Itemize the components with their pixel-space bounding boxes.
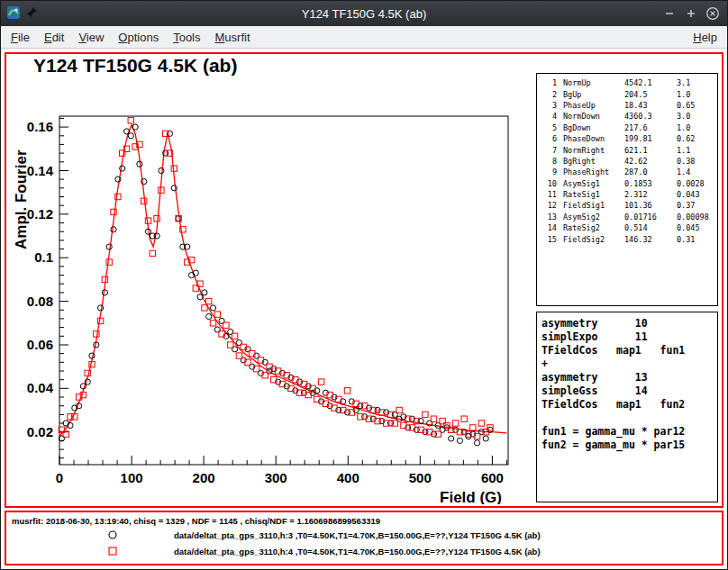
root-canvas: Y124 TF150G 4.5K (ab) 010020030040050060… [1, 49, 727, 569]
svg-text:Ampl. Fourier: Ampl. Fourier [13, 149, 30, 249]
svg-text:600: 600 [481, 470, 504, 485]
menu-tools[interactable]: Tools [166, 29, 207, 46]
svg-text:0.12: 0.12 [27, 206, 53, 222]
main-plot-pad[interactable]: Y124 TF150G 4.5K (ab) 010020030040050060… [5, 52, 723, 508]
svg-text:0: 0 [56, 470, 63, 485]
menu-options[interactable]: Options [111, 29, 166, 46]
param-row: 4NormDown4360.33.0 [541, 111, 709, 122]
svg-text:0.02: 0.02 [27, 424, 53, 439]
svg-text:500: 500 [409, 470, 432, 485]
menu-musrfit[interactable]: Musrfit [208, 29, 258, 46]
app-icon [6, 5, 21, 23]
titlebar[interactable]: Y124 TF150G 4.5K (ab) [1, 1, 727, 26]
svg-text:0.1: 0.1 [34, 249, 53, 265]
window-title: Y124 TF150G 4.5K (ab) [89, 7, 639, 21]
fourier-amplitude-chart[interactable]: 01002003004005006000.020.040.060.080.10.… [8, 72, 535, 504]
maximize-button[interactable] [682, 5, 700, 23]
param-row: 12FieldSig1101.360.37 [541, 200, 709, 211]
param-row: 9PhaseRight287.01.4 [541, 167, 709, 177]
param-row: 8BgRight42.620.38 [541, 156, 709, 167]
param-row: 15FieldSig2146.320.31 [541, 233, 709, 244]
svg-text:300: 300 [265, 470, 287, 485]
fit-status-line: musrfit: 2018-06-30, 13:19:40, chisq = 1… [12, 516, 380, 526]
svg-text:0.16: 0.16 [27, 119, 53, 134]
circle-marker-icon [107, 529, 118, 540]
theory-box: asymmetry 10 simplExpo 11 TFieldCos map1… [536, 312, 718, 502]
svg-text:Field (G): Field (G) [440, 489, 502, 504]
param-row: 13AsymSig20.017160.00098 [541, 212, 709, 222]
window-controls [639, 5, 727, 23]
menu-edit[interactable]: Edit [37, 29, 71, 46]
svg-text:0.08: 0.08 [27, 294, 53, 309]
param-row: 6PhaseDown199.810.62 [541, 133, 709, 144]
param-row: 1NormUp4542.13.1 [541, 77, 709, 88]
menubar: File Edit View Options Tools Musrfit Hel… [1, 26, 727, 49]
legend-entry: data/deltat_pta_gps_3110,h:3 ,T0=4.50K,T… [107, 529, 541, 541]
param-row: 2BgUp204.51.0 [541, 88, 709, 99]
menu-file[interactable]: File [4, 29, 37, 46]
legend-text: data/deltat_pta_gps_3110,h:4 ,T0=4.50K,T… [174, 547, 541, 556]
svg-text:0.14: 0.14 [27, 163, 54, 178]
param-row: 7NormRight621.11.1 [541, 144, 709, 155]
square-marker-icon [107, 546, 118, 556]
minimize-button[interactable] [660, 5, 678, 23]
titlebar-icons [1, 5, 89, 23]
svg-text:100: 100 [121, 470, 143, 485]
parameter-table: 1NormUp4542.13.12BgUp204.51.03PhaseUp18.… [541, 77, 709, 245]
svg-text:0.04: 0.04 [27, 380, 54, 395]
svg-text:0.06: 0.06 [27, 337, 53, 352]
param-row: 3PhaseUp18.430.65 [541, 100, 709, 111]
legend-text: data/deltat_pta_gps_3110,h:3 ,T0=4.50K,T… [174, 530, 541, 540]
close-button[interactable] [704, 5, 722, 23]
param-row: 11RateSig12.3120.043 [541, 189, 709, 200]
param-row: 10AsymSig10.18530.0028 [541, 178, 709, 189]
param-row: 5BgDown217.61.0 [541, 122, 709, 133]
info-pad[interactable]: musrfit: 2018-06-30, 13:19:40, chisq = 1… [5, 511, 723, 565]
theory-text: asymmetry 10 simplExpo 11 TFieldCos map1… [541, 317, 717, 452]
menu-help[interactable]: Help [686, 29, 724, 46]
svg-text:200: 200 [193, 470, 215, 485]
parameter-box: 1NormUp4542.13.12BgUp204.51.03PhaseUp18.… [536, 73, 718, 306]
menu-view[interactable]: View [71, 29, 111, 46]
pin-icon[interactable] [26, 6, 38, 21]
svg-text:400: 400 [337, 470, 359, 485]
param-row: 14RateSig20.5140.045 [541, 222, 709, 233]
app-window: Y124 TF150G 4.5K (ab) File Edit View Opt… [0, 0, 728, 570]
legend-entry: data/deltat_pta_gps_3110,h:4 ,T0=4.50K,T… [107, 545, 541, 557]
